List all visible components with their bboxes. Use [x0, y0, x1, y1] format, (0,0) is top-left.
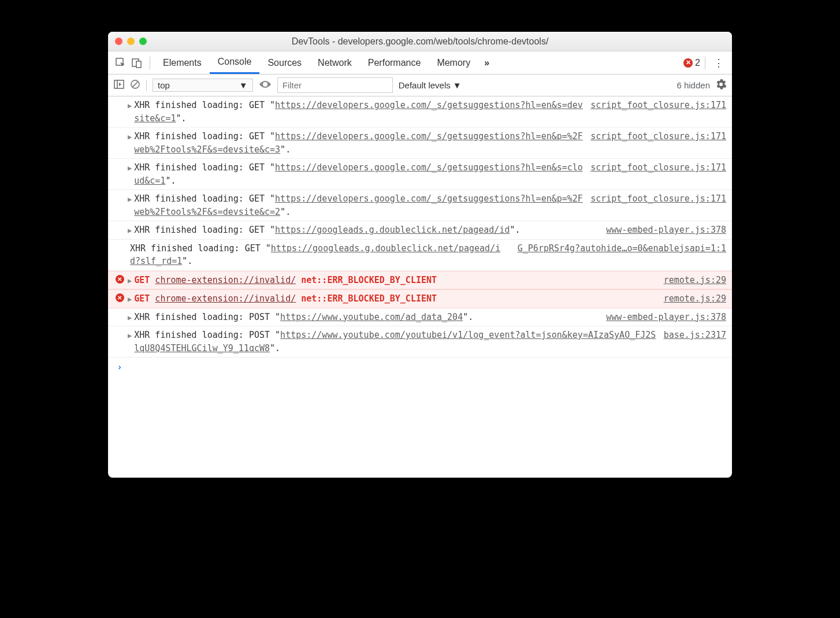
source-link[interactable]: script_foot_closure.js:171	[590, 192, 726, 206]
zoom-icon[interactable]	[139, 38, 147, 45]
console-message: XHR finished loading: POST "https://www.…	[134, 311, 599, 324]
error-icon: ✕	[116, 293, 124, 302]
context-value: top	[158, 80, 170, 90]
source-link[interactable]: script_foot_closure.js:171	[590, 99, 726, 112]
console-row: ▶XHR finished loading: POST "https://www…	[108, 326, 732, 358]
clear-console-icon[interactable]	[130, 79, 140, 91]
console-toolbar: top ▼ Default levels ▼ 6 hidden	[108, 75, 732, 96]
console-row: ▶XHR finished loading: GET "https://deve…	[108, 96, 732, 128]
window-title: DevTools - developers.google.com/web/too…	[108, 36, 732, 47]
disclosure-icon[interactable]: ▶	[128, 130, 132, 156]
console-message: XHR finished loading: GET "https://googl…	[130, 242, 511, 268]
console-row: ▶XHR finished loading: GET "https://goog…	[108, 221, 732, 240]
error-icon: ✕	[683, 58, 693, 68]
console-row: ▶XHR finished loading: POST "https://www…	[108, 308, 732, 327]
disclosure-icon[interactable]: ▶	[128, 274, 132, 287]
disclosure-icon[interactable]: ▶	[128, 292, 132, 306]
source-link[interactable]: G_P6rpRSr4g?autohide…o=0&enablejsapi=1:1	[518, 242, 726, 255]
live-expression-icon[interactable]	[259, 80, 272, 91]
panel-tabs: ElementsConsoleSourcesNetworkPerformance…	[108, 51, 732, 75]
device-toolbar-icon[interactable]	[129, 55, 145, 71]
tab-elements[interactable]: Elements	[155, 51, 210, 74]
svg-rect-2	[136, 61, 141, 68]
svg-line-6	[132, 81, 138, 87]
console-message: GET chrome-extension://invalid/ net::ERR…	[134, 274, 656, 287]
source-link[interactable]: script_foot_closure.js:171	[590, 161, 726, 174]
tab-console[interactable]: Console	[210, 51, 260, 74]
console-message: XHR finished loading: GET "https://devel…	[134, 130, 583, 156]
console-message: XHR finished loading: GET "https://googl…	[134, 224, 599, 237]
menu-icon[interactable]: ⋮	[710, 57, 727, 69]
console-message: XHR finished loading: GET "https://devel…	[134, 161, 583, 187]
disclosure-icon[interactable]: ▶	[128, 311, 132, 324]
source-link[interactable]: base.js:2317	[664, 329, 726, 342]
console-message: XHR finished loading: GET "https://devel…	[134, 99, 583, 125]
source-link[interactable]: www-embed-player.js:378	[606, 311, 726, 324]
disclosure-icon[interactable]: ▶	[128, 161, 132, 187]
console-row: ✕▶GET chrome-extension://invalid/ net::E…	[108, 271, 732, 290]
settings-icon[interactable]	[716, 79, 726, 91]
prompt-icon: ›	[111, 361, 128, 374]
sidebar-toggle-icon[interactable]	[114, 80, 124, 91]
dropdown-icon: ▼	[239, 80, 248, 90]
inspect-icon[interactable]	[113, 55, 129, 71]
disclosure-icon[interactable]: ▶	[128, 192, 132, 218]
disclosure-icon[interactable]: ▶	[128, 99, 132, 125]
console-row: ▶XHR finished loading: GET "https://deve…	[108, 159, 732, 190]
error-icon: ✕	[116, 275, 124, 284]
dropdown-icon: ▼	[453, 80, 462, 90]
filter-input[interactable]	[277, 77, 393, 93]
console-row: XHR finished loading: GET "https://googl…	[108, 240, 732, 271]
disclosure-icon[interactable]: ▶	[128, 224, 132, 237]
tab-memory[interactable]: Memory	[429, 51, 478, 74]
context-selector[interactable]: top ▼	[153, 79, 253, 92]
source-link[interactable]: www-embed-player.js:378	[606, 224, 726, 237]
tab-sources[interactable]: Sources	[259, 51, 310, 74]
console-message: XHR finished loading: GET "https://devel…	[134, 192, 583, 218]
close-icon[interactable]	[115, 38, 122, 45]
source-link[interactable]: script_foot_closure.js:171	[590, 130, 726, 143]
source-link[interactable]: remote.js:29	[664, 292, 726, 306]
devtools-window: DevTools - developers.google.com/web/too…	[108, 32, 732, 478]
error-count: 2	[695, 58, 700, 68]
console-row: ✕▶GET chrome-extension://invalid/ net::E…	[108, 289, 732, 308]
svg-point-7	[264, 83, 266, 85]
source-link[interactable]: remote.js:29	[664, 274, 726, 287]
console-message: XHR finished loading: POST "https://www.…	[134, 329, 656, 355]
console-message: GET chrome-extension://invalid/ net::ERR…	[134, 292, 656, 306]
hidden-count[interactable]: 6 hidden	[677, 80, 710, 90]
disclosure-icon[interactable]: ▶	[128, 329, 132, 355]
log-levels-selector[interactable]: Default levels ▼	[399, 80, 462, 90]
minimize-icon[interactable]	[127, 38, 135, 45]
levels-label: Default levels	[399, 80, 451, 90]
tab-network[interactable]: Network	[310, 51, 360, 74]
titlebar: DevTools - developers.google.com/web/too…	[108, 32, 732, 51]
console-output: ▶XHR finished loading: GET "https://deve…	[108, 96, 732, 478]
more-tabs-icon[interactable]: »	[484, 58, 489, 68]
console-row: ▶XHR finished loading: GET "https://deve…	[108, 128, 732, 159]
console-row: ▶XHR finished loading: GET "https://deve…	[108, 190, 732, 221]
traffic-lights	[115, 38, 147, 45]
console-prompt[interactable]: ›	[108, 358, 732, 378]
tab-performance[interactable]: Performance	[360, 51, 429, 74]
error-badge[interactable]: ✕ 2	[683, 58, 700, 68]
